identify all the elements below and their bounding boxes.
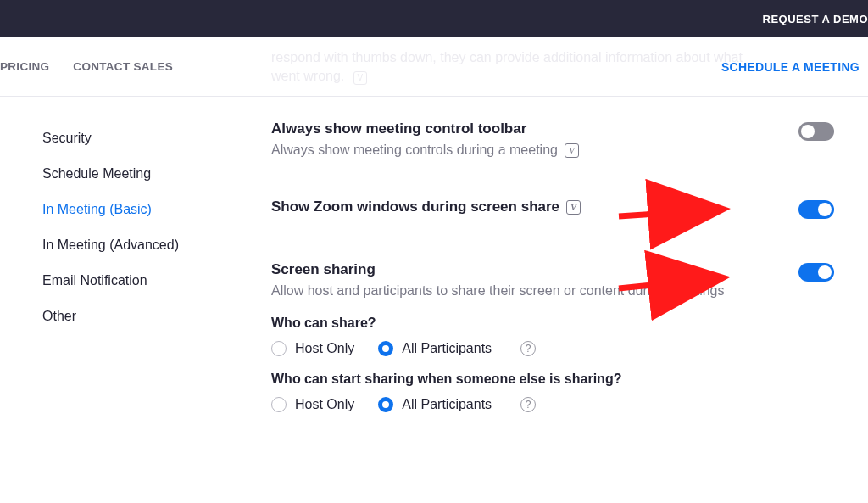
annotation-arrow [619, 203, 729, 223]
help-icon[interactable]: ? [520, 397, 536, 412]
sidebar-item-other[interactable]: Other [42, 299, 203, 334]
modified-icon: V [566, 200, 581, 215]
modified-icon: V [565, 143, 579, 158]
sidebar-item-email-notification[interactable]: Email Notification [42, 263, 203, 299]
radio-icon [271, 397, 287, 412]
svg-line-0 [619, 210, 719, 216]
toggle-always-toolbar[interactable] [798, 122, 834, 141]
setting-title: Always show meeting control toolbar [271, 120, 765, 137]
radio-icon [378, 341, 393, 356]
radio-icon [378, 397, 393, 412]
schedule-meeting-link[interactable]: SCHEDULE A MEETING [721, 60, 868, 74]
question-who-can-share: Who can share? [271, 316, 834, 331]
svg-line-1 [619, 278, 719, 288]
toggle-screen-sharing[interactable] [798, 263, 834, 282]
setting-show-zoom-windows: Show Zoom windows during screen share V [271, 198, 834, 221]
radio-who-share-host-only[interactable]: Host Only [271, 341, 354, 356]
setting-screen-sharing: Screen sharing Allow host and participan… [271, 261, 834, 299]
sidebar-item-in-meeting-advanced[interactable]: In Meeting (Advanced) [42, 227, 203, 263]
settings-sidebar: Security Schedule Meeting In Meeting (Ba… [0, 97, 203, 503]
settings-content: Always show meeting control toolbar Alwa… [203, 97, 868, 503]
nav-pricing[interactable]: PRICING [0, 60, 49, 73]
request-demo-link[interactable]: REQUEST A DEMO [763, 13, 869, 25]
sub-nav: PRICING CONTACT SALES SCHEDULE A MEETING [0, 37, 868, 97]
toggle-show-zoom-windows[interactable] [798, 200, 834, 219]
radio-who-start-host-only[interactable]: Host Only [271, 397, 354, 412]
setting-always-toolbar: Always show meeting control toolbar Alwa… [271, 120, 834, 158]
sidebar-item-in-meeting-basic[interactable]: In Meeting (Basic) [42, 192, 203, 227]
annotation-arrow [619, 273, 729, 293]
radio-who-share-all-participants[interactable]: All Participants [378, 341, 492, 356]
sidebar-item-schedule-meeting[interactable]: Schedule Meeting [42, 156, 203, 192]
question-who-can-start: Who can start sharing when someone else … [271, 372, 834, 387]
sidebar-item-security[interactable]: Security [42, 120, 203, 156]
help-icon[interactable]: ? [520, 341, 536, 356]
radio-icon [271, 341, 287, 356]
page-body: Security Schedule Meeting In Meeting (Ba… [0, 97, 868, 503]
setting-desc: Always show meeting controls during a me… [271, 143, 765, 158]
radio-who-start-all-participants[interactable]: All Participants [378, 397, 492, 412]
top-bar: REQUEST A DEMO [0, 0, 868, 37]
nav-contact-sales[interactable]: CONTACT SALES [73, 60, 173, 73]
screen-sharing-subsection: Who can share? Host Only All Participant… [271, 316, 834, 412]
